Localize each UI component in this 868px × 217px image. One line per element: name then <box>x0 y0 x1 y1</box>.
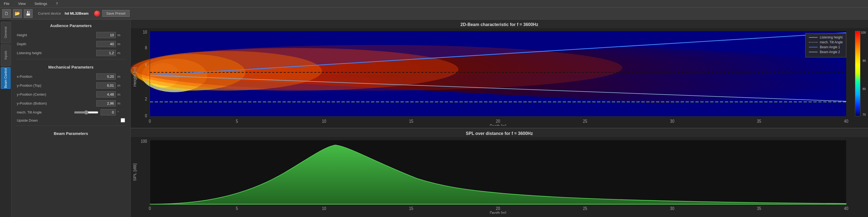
mechanical-params-title: Mechanical Parameters <box>11 61 130 72</box>
legend-mech-tilt-line <box>809 42 817 42</box>
svg-text:8: 8 <box>145 45 147 50</box>
new-button[interactable]: 🗋 <box>2 9 11 18</box>
legend-mech-tilt-label: mech. Tilt Angle <box>820 40 843 44</box>
svg-text:15: 15 <box>409 206 413 211</box>
svg-text:25: 25 <box>583 119 587 123</box>
y-top-input[interactable] <box>96 82 116 88</box>
svg-text:2: 2 <box>145 97 147 101</box>
upside-down-label: Upside Down <box>17 118 121 122</box>
svg-text:40: 40 <box>844 119 848 123</box>
svg-text:30: 30 <box>670 119 674 123</box>
listening-height-unit: m <box>117 51 125 55</box>
svg-text:0: 0 <box>149 206 151 211</box>
menu-file[interactable]: File <box>2 1 11 6</box>
mech-tilt-label: mech. Tilt Angle <box>17 110 72 114</box>
listening-height-label: Listening height <box>17 51 96 55</box>
legend-listening-line <box>809 37 817 38</box>
x-position-label: x-Position <box>17 74 96 79</box>
y-top-label: y-Position (Top) <box>17 83 96 87</box>
chart-2d-title: 2D-Beam characteristic for f = 3600Hz <box>131 20 868 28</box>
depth-unit: m <box>117 42 125 46</box>
open-button[interactable]: 📂 <box>13 9 22 18</box>
svg-text:15: 15 <box>409 119 413 123</box>
svg-text:40: 40 <box>844 206 848 211</box>
listening-height-input[interactable] <box>96 50 116 56</box>
svg-text:5: 5 <box>236 206 238 211</box>
toolbar: 🗋 📂 💾 Current device hd ML32Beam Save Pr… <box>0 8 868 20</box>
legend-beam2-line <box>809 52 817 52</box>
svg-text:30: 30 <box>670 206 674 211</box>
x-position-unit: m <box>117 74 125 79</box>
y-top-unit: m <box>117 83 125 87</box>
chart-spl-title: SPL over distance for f = 3600Hz <box>131 129 868 137</box>
svg-text:SPL [dB]: SPL [dB] <box>133 164 137 181</box>
y-bottom-input[interactable] <box>96 100 116 106</box>
beam-chart-svg: 0 2 4 6 8 10 Height [m] 0 5 10 15 20 <box>131 28 868 126</box>
spl-chart-svg: 100 SPL [dB] 0 5 10 15 20 25 30 35 40 De… <box>131 137 868 214</box>
status-indicator <box>94 10 100 16</box>
chart-2d-beam: 2D-Beam characteristic for f = 3600Hz <box>131 20 868 129</box>
svg-text:0: 0 <box>145 113 147 118</box>
x-position-row: x-Position m <box>11 72 130 81</box>
save-preset-button[interactable]: Save Preset <box>102 10 130 17</box>
legend-beam1: Beam Angle 1 <box>809 45 843 49</box>
mech-tilt-slider[interactable] <box>74 110 98 115</box>
menu-settings[interactable]: Settings <box>33 1 49 6</box>
svg-text:35: 35 <box>757 206 761 211</box>
legend-listening-label: Listening height <box>820 35 842 39</box>
scale-label-80: 80 <box>863 87 866 91</box>
mech-tilt-input[interactable] <box>101 109 116 115</box>
device-label: Current device <box>38 11 61 15</box>
svg-text:10: 10 <box>143 30 147 34</box>
y-bottom-row: y-Position (Bottom) m <box>11 99 130 108</box>
legend-beam2: Beam Angle 2 <box>809 50 843 54</box>
svg-text:Depth [m]: Depth [m] <box>490 210 506 214</box>
depth-label: Depth <box>17 42 96 46</box>
height-row: Height m <box>11 31 130 40</box>
tab-general[interactable]: General <box>1 22 10 43</box>
mech-tilt-row: mech. Tilt Angle ° <box>11 108 130 117</box>
height-label: Height <box>17 33 96 37</box>
x-position-input[interactable] <box>96 73 116 80</box>
upside-down-checkbox[interactable] <box>121 118 125 122</box>
svg-text:Height [m]: Height [m] <box>133 67 137 87</box>
svg-text:0: 0 <box>149 119 151 123</box>
height-input[interactable] <box>96 32 116 38</box>
audience-params-title: Audience Parameters <box>11 20 130 31</box>
y-center-label: y-Position (Center) <box>17 93 96 97</box>
svg-text:Depth [m]: Depth [m] <box>490 123 506 126</box>
svg-text:10: 10 <box>322 119 326 123</box>
upside-down-row: Upside Down <box>11 117 130 124</box>
legend-mech-tilt: mech. Tilt Angle <box>809 40 843 44</box>
beam-params-title: Beam Parameters <box>11 127 130 138</box>
main-layout: General Inputs Beam Control Audience Par… <box>0 20 868 217</box>
divider2 <box>16 125 126 126</box>
y-center-row: y-Position (Center) m <box>11 90 130 99</box>
scale-label-100: 100 <box>861 31 866 34</box>
scale-label-90: 90 <box>863 59 866 62</box>
legend-beam1-label: Beam Angle 1 <box>820 45 840 49</box>
depth-input[interactable] <box>96 41 116 47</box>
menu-view[interactable]: View <box>17 1 27 6</box>
color-scale: 100 90 80 70 <box>852 31 865 116</box>
chart-2d-canvas: 0 2 4 6 8 10 Height [m] 0 5 10 15 20 <box>131 28 868 126</box>
left-panel: Audience Parameters Height m Depth m Lis… <box>11 20 131 217</box>
listening-height-row: Listening height m <box>11 48 130 58</box>
svg-text:25: 25 <box>583 206 587 211</box>
tab-inputs[interactable]: Inputs <box>1 44 10 66</box>
side-tabs: General Inputs Beam Control <box>0 20 11 217</box>
depth-row: Depth m <box>11 40 130 48</box>
y-center-input[interactable] <box>96 91 116 98</box>
save-button[interactable]: 💾 <box>24 9 33 18</box>
svg-text:35: 35 <box>757 119 761 123</box>
legend-box: Listening height mech. Tilt Angle Beam A… <box>805 33 846 58</box>
scale-label-70: 70 <box>863 113 866 116</box>
y-center-unit: m <box>117 93 125 97</box>
menu-help[interactable]: ? <box>54 1 59 6</box>
legend-beam2-label: Beam Angle 2 <box>820 50 840 54</box>
tab-beam-control[interactable]: Beam Control <box>1 67 10 89</box>
device-name: hd ML32Beam <box>65 11 89 15</box>
y-top-row: y-Position (Top) m <box>11 81 130 90</box>
svg-text:10: 10 <box>322 206 326 211</box>
height-unit: m <box>117 33 125 37</box>
